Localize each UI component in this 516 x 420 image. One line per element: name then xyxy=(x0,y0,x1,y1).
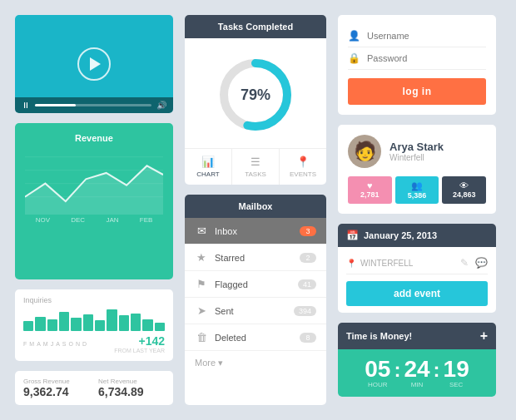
bar-3 xyxy=(47,319,57,331)
bar-1 xyxy=(23,321,33,330)
calendar-location-row: 📍 WINTERFELL ✎ 💬 xyxy=(346,254,488,274)
progress-bar[interactable] xyxy=(35,104,151,106)
eye-icon: 👁 xyxy=(445,180,483,190)
inquiries-section: Inquiries F M A M J A S O xyxy=(15,289,173,361)
net-value: 6,734.89 xyxy=(98,385,165,398)
bar-2 xyxy=(35,317,45,331)
bar-12 xyxy=(155,323,165,331)
tasks-nav-chart[interactable]: 📊 CHART xyxy=(185,149,232,185)
timer-hours-unit: 05 HOUR xyxy=(365,358,390,388)
stat-followers[interactable]: 👥 5,386 xyxy=(395,176,439,204)
deleted-icon: 🗑 xyxy=(195,331,208,343)
location-text: WINTERFELL xyxy=(360,259,413,268)
timer-title: Time is Money! xyxy=(346,331,412,341)
calendar-date: January 25, 2013 xyxy=(364,230,437,240)
sent-label: Sent xyxy=(215,306,287,316)
calendar-icon: 📅 xyxy=(346,230,359,241)
calendar-actions: ✎ 💬 xyxy=(460,257,488,269)
chart-label-nov: NOV xyxy=(36,216,50,224)
edit-icon[interactable]: ✎ xyxy=(460,257,469,269)
mail-item-sent[interactable]: ➤ Sent 394 xyxy=(185,298,326,324)
timer-plus-button[interactable]: + xyxy=(480,329,488,343)
mail-item-starred[interactable]: ★ Starred 2 xyxy=(185,245,326,271)
users-icon: 👥 xyxy=(399,180,436,191)
events-nav-icon: 📍 xyxy=(296,156,310,168)
profile-card: 🧑 Arya Stark Winterfell ♥ 2,781 👥 5,386 … xyxy=(338,125,496,214)
gross-revenue: Gross Revenue 9,362.74 xyxy=(23,378,90,398)
starred-label: Starred xyxy=(215,253,293,263)
location-icon: 📍 xyxy=(346,259,356,268)
deleted-label: Deleted xyxy=(215,333,293,343)
password-field: 🔒 xyxy=(348,47,486,70)
mail-item-deleted[interactable]: 🗑 Deleted 8 xyxy=(185,324,326,351)
lock-icon: 🔒 xyxy=(348,52,360,64)
mail-item-flagged[interactable]: ⚑ Flagged 41 xyxy=(185,271,326,298)
play-button[interactable] xyxy=(77,47,111,81)
tasks-nav-icon: ☰ xyxy=(251,156,260,168)
sent-count: 394 xyxy=(294,306,316,316)
tasks-nav-tasks[interactable]: ☰ TASKS xyxy=(232,149,280,185)
gross-value: 9,362.74 xyxy=(23,385,90,398)
play-icon xyxy=(90,57,101,71)
timer-hour-label: HOUR xyxy=(365,381,390,388)
tasks-nav-events[interactable]: 📍 EVENTS xyxy=(280,149,326,185)
column-1: ⏸ 🔊 Revenue NOV DEC JAN FEB xyxy=(15,15,173,405)
mail-item-inbox[interactable]: ✉ Inbox 3 xyxy=(185,218,326,245)
progress-fill xyxy=(35,104,76,106)
message-icon[interactable]: 💬 xyxy=(475,257,488,269)
volume-icon[interactable]: 🔊 xyxy=(156,101,166,110)
net-revenue: Net Revenue 6,734.89 xyxy=(98,378,165,398)
bar-9 xyxy=(119,315,129,330)
starred-count: 2 xyxy=(300,253,316,263)
pause-icon[interactable]: ⏸ xyxy=(22,101,30,110)
inbox-icon: ✉ xyxy=(195,225,208,237)
timer-sec-label: SEC xyxy=(444,381,469,388)
add-event-button[interactable]: add event xyxy=(346,281,488,306)
login-button[interactable]: log in xyxy=(348,78,486,105)
profile-location: Winterfell xyxy=(389,153,444,162)
inquiries-label: Inquiries xyxy=(23,296,165,304)
bar-7 xyxy=(95,320,105,331)
inbox-count: 3 xyxy=(300,226,316,236)
bar-5 xyxy=(71,318,81,330)
mail-more[interactable]: More ▾ xyxy=(185,351,326,375)
profile-name: Arya Stark xyxy=(389,141,444,153)
followers-value: 5,386 xyxy=(399,191,436,200)
video-player: ⏸ 🔊 xyxy=(15,15,173,113)
stat-likes[interactable]: ♥ 2,781 xyxy=(348,176,392,204)
video-controls: ⏸ 🔊 xyxy=(15,97,173,113)
bar-8 xyxy=(107,309,117,330)
chart-label-feb: FEB xyxy=(140,216,153,224)
starred-icon: ★ xyxy=(195,251,208,264)
stat-views[interactable]: 👁 24,863 xyxy=(442,176,486,204)
tasks-card: Tasks Completed 79% 📊 CHART ☰ TASKS 📍 EV… xyxy=(185,15,326,185)
timer-card: Time is Money! + 05 HOUR : 24 MIN : 19 S… xyxy=(338,323,496,397)
password-input[interactable] xyxy=(367,53,486,63)
tasks-nav: 📊 CHART ☰ TASKS 📍 EVENTS xyxy=(185,148,326,185)
deleted-count: 8 xyxy=(300,333,316,343)
timer-mins: 24 xyxy=(404,358,429,381)
heart-icon: ♥ xyxy=(351,180,389,190)
flagged-count: 41 xyxy=(298,279,316,289)
chart-x-labels: NOV DEC JAN FEB xyxy=(25,216,163,224)
chart-label-dec: DEC xyxy=(71,216,85,224)
timer-min-label: MIN xyxy=(404,381,429,388)
likes-value: 2,781 xyxy=(351,190,389,199)
profile-text: Arya Stark Winterfell xyxy=(389,141,444,162)
net-label: Net Revenue xyxy=(98,378,165,385)
username-input[interactable] xyxy=(367,31,486,41)
inq-count: +142 xyxy=(114,334,165,348)
avatar: 🧑 xyxy=(348,135,381,168)
mailbox-header: Mailbox xyxy=(185,195,326,218)
gross-label: Gross Revenue xyxy=(23,378,90,385)
login-card: 👤 🔒 log in xyxy=(338,15,496,115)
calendar-header: 📅 January 25, 2013 xyxy=(338,224,496,247)
mailbox-card: Mailbox ✉ Inbox 3 ★ Starred 2 ⚑ Flagged … xyxy=(185,195,326,405)
chart-label-jan: JAN xyxy=(106,216,118,224)
inquiries-bottom: F M A M J A S O N D +142 FROM LAST YEAR xyxy=(23,334,165,354)
chart-nav-icon: 📊 xyxy=(201,156,215,168)
timer-hours: 05 xyxy=(365,358,390,381)
revenue-title: Revenue xyxy=(25,133,163,143)
flagged-label: Flagged xyxy=(215,279,291,289)
timer-header: Time is Money! + xyxy=(338,323,496,349)
